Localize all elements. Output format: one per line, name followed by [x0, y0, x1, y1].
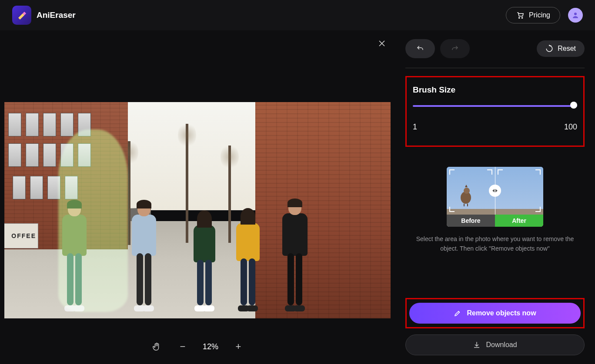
zoom-in-button[interactable]: + [232, 341, 244, 353]
instruction-text: Select the area in the photo where you w… [408, 235, 582, 253]
redo-icon [450, 45, 460, 53]
cart-icon [516, 11, 525, 19]
brush-size-panel: Brush Size 1 100 [405, 76, 585, 147]
svg-marker-0 [18, 13, 24, 20]
canvas-area: OFFEE [0, 30, 395, 364]
close-button[interactable] [377, 38, 387, 49]
coffee-sign: OFFEE [4, 223, 38, 248]
app-logo-icon [12, 6, 31, 25]
zoom-out-button[interactable]: − [177, 341, 189, 353]
brush-size-slider[interactable] [413, 104, 577, 108]
primary-action-panel: Remove objects now [405, 298, 585, 328]
before-label: Before [447, 215, 495, 227]
undo-button[interactable] [405, 39, 435, 58]
slider-min: 1 [413, 122, 417, 132]
pan-tool[interactable] [150, 341, 163, 353]
bird-icon [456, 185, 475, 206]
plus-icon: + [236, 341, 241, 352]
divider [405, 68, 585, 68]
slider-track [413, 105, 577, 107]
history-controls [405, 39, 470, 58]
pricing-label: Pricing [529, 11, 550, 19]
download-label: Download [486, 341, 517, 349]
close-icon [378, 40, 385, 47]
sidebar-top: Reset [405, 39, 585, 58]
hand-icon [152, 342, 161, 351]
slider-range: 1 100 [413, 122, 577, 132]
minus-icon: − [180, 341, 186, 352]
slider-max: 100 [564, 122, 577, 132]
brush-size-title: Brush Size [413, 85, 577, 95]
download-button[interactable]: Download [405, 334, 585, 355]
after-label: After [495, 215, 543, 227]
zoom-level: 12% [203, 342, 218, 351]
svg-point-8 [464, 188, 470, 194]
main: OFFEE [0, 30, 595, 364]
edited-photo: OFFEE [4, 102, 391, 318]
redo-button[interactable] [440, 39, 470, 58]
header-right: Pricing [506, 7, 583, 23]
download-icon [473, 341, 481, 349]
svg-marker-11 [492, 189, 495, 192]
remove-objects-button[interactable]: Remove objects now [409, 303, 581, 324]
compare-handle-icon [489, 185, 501, 197]
slider-thumb[interactable] [570, 102, 577, 109]
app-name: AniEraser [37, 10, 76, 20]
user-icon [572, 11, 579, 19]
app-header: AniEraser Pricing [0, 0, 595, 30]
user-avatar[interactable] [568, 8, 583, 23]
preview-image: Before After [447, 167, 543, 227]
preview-section: Before After Select the area in the phot… [405, 167, 585, 253]
undo-icon [415, 45, 425, 53]
remove-objects-label: Remove objects now [467, 309, 536, 317]
svg-point-4 [574, 13, 577, 15]
svg-point-2 [519, 17, 520, 18]
pricing-button[interactable]: Pricing [506, 7, 560, 23]
sidebar: Reset Brush Size 1 100 [395, 30, 595, 364]
person-highlighted [62, 202, 87, 305]
brush-icon [454, 309, 461, 317]
brand: AniEraser [12, 6, 76, 25]
reset-icon [545, 45, 553, 53]
svg-point-3 [521, 17, 522, 18]
svg-marker-12 [495, 189, 498, 192]
reset-label: Reset [558, 45, 576, 53]
zoom-controls: − 12% + [0, 329, 395, 364]
image-viewport[interactable]: OFFEE [0, 30, 395, 364]
reset-button[interactable]: Reset [537, 40, 585, 57]
